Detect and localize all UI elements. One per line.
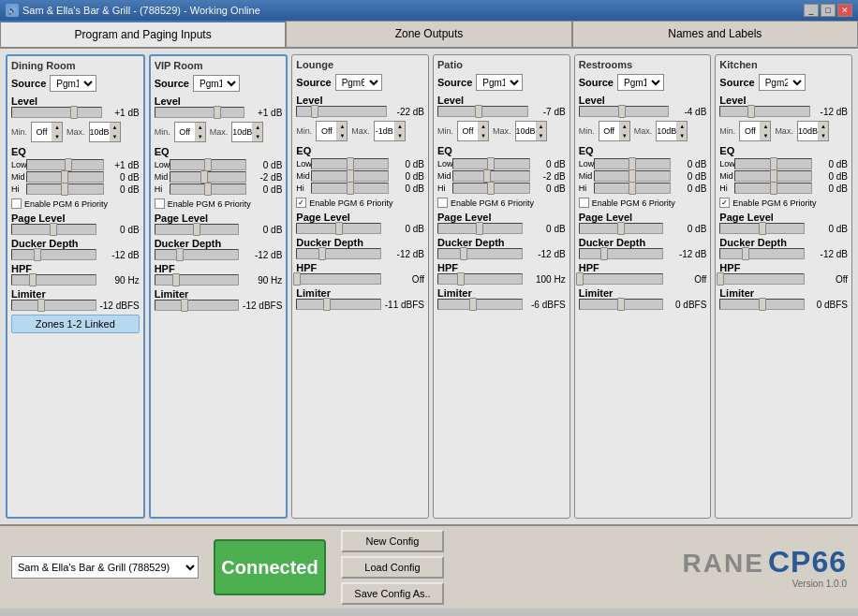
level-slider-4[interactable]	[579, 106, 670, 117]
min-spin-0[interactable]: Off ▲ ▼	[31, 122, 63, 142]
max-spin-4[interactable]: 10dB ▲ ▼	[656, 121, 688, 141]
max-spin-5[interactable]: 10dB ▲ ▼	[797, 121, 829, 141]
eq-low-slider-5[interactable]	[734, 158, 812, 169]
limiter-slider-1[interactable]	[155, 300, 240, 311]
source-select-4[interactable]: Pgm1	[617, 74, 664, 91]
max-up-btn-4[interactable]: ▲	[677, 122, 687, 132]
hpf-slider-0[interactable]	[11, 274, 96, 286]
max-dn-btn-5[interactable]: ▼	[819, 132, 828, 141]
eq-mid-slider-5[interactable]	[734, 170, 812, 182]
max-dn-btn-1[interactable]: ▼	[253, 133, 262, 142]
save-config-button[interactable]: Save Config As..	[341, 582, 444, 605]
level-slider-1[interactable]	[155, 107, 245, 118]
eq-hi-slider-0[interactable]	[26, 183, 104, 195]
new-config-button[interactable]: New Config	[341, 530, 444, 552]
pgm-check-4[interactable]	[579, 198, 589, 208]
max-spin-2[interactable]: -1dB ▲ ▼	[374, 121, 406, 141]
pgm-check-2[interactable]: ✓	[296, 198, 306, 208]
max-spin-1[interactable]: 10dB ▲ ▼	[231, 122, 263, 142]
min-dn-btn-3[interactable]: ▼	[479, 132, 488, 141]
eq-mid-slider-3[interactable]	[452, 170, 530, 182]
hpf-slider-2[interactable]	[296, 273, 381, 285]
ducker-slider-4[interactable]	[579, 248, 664, 259]
page-level-slider-5[interactable]	[719, 223, 805, 234]
max-up-btn-0[interactable]: ▲	[111, 123, 120, 133]
eq-mid-slider-2[interactable]	[311, 170, 389, 182]
limiter-slider-5[interactable]	[719, 299, 805, 310]
ducker-slider-3[interactable]	[437, 248, 523, 259]
max-up-btn-1[interactable]: ▲	[253, 123, 262, 133]
page-level-slider-4[interactable]	[579, 223, 664, 234]
ducker-slider-2[interactable]	[296, 248, 381, 259]
eq-low-slider-1[interactable]	[170, 159, 247, 170]
eq-hi-slider-3[interactable]	[452, 183, 530, 194]
eq-mid-slider-4[interactable]	[594, 170, 672, 182]
hpf-slider-3[interactable]	[437, 273, 523, 285]
source-select-0[interactable]: Pgm1	[50, 75, 96, 92]
min-up-btn-4[interactable]: ▲	[620, 122, 629, 132]
min-up-btn-1[interactable]: ▲	[196, 123, 205, 133]
eq-hi-slider-4[interactable]	[594, 183, 672, 194]
limiter-slider-3[interactable]	[437, 299, 523, 310]
min-up-btn-0[interactable]: ▲	[52, 123, 62, 133]
min-spin-3[interactable]: Off ▲ ▼	[457, 121, 489, 141]
min-spin-4[interactable]: Off ▲ ▼	[599, 121, 630, 141]
max-up-btn-3[interactable]: ▲	[537, 122, 546, 132]
eq-hi-slider-1[interactable]	[170, 183, 247, 195]
maximize-button[interactable]: □	[821, 4, 836, 17]
min-dn-btn-0[interactable]: ▼	[52, 133, 62, 142]
min-spin-5[interactable]: Off ▲ ▼	[739, 121, 771, 141]
minimize-button[interactable]: _	[804, 4, 819, 17]
max-up-btn-2[interactable]: ▲	[395, 122, 405, 132]
close-button[interactable]: ✕	[837, 4, 852, 17]
min-up-btn-2[interactable]: ▲	[337, 122, 347, 132]
limiter-slider-4[interactable]	[579, 299, 664, 310]
pgm-check-5[interactable]: ✓	[719, 198, 730, 208]
source-select-5[interactable]: Pgm2	[759, 74, 806, 91]
max-spin-0[interactable]: 10dB ▲ ▼	[89, 122, 121, 142]
level-slider-2[interactable]	[296, 106, 387, 117]
min-dn-btn-2[interactable]: ▼	[337, 132, 347, 141]
max-dn-btn-2[interactable]: ▼	[395, 132, 405, 141]
device-select[interactable]: Sam & Ella's Bar & Grill (788529)	[11, 556, 199, 579]
level-slider-3[interactable]	[437, 106, 528, 117]
source-select-2[interactable]: Pgm6	[335, 74, 382, 91]
source-select-1[interactable]: Pgm1	[193, 75, 240, 92]
max-dn-btn-3[interactable]: ▼	[537, 132, 546, 141]
max-dn-btn-4[interactable]: ▼	[677, 132, 687, 141]
page-level-slider-3[interactable]	[437, 223, 523, 234]
load-config-button[interactable]: Load Config	[341, 556, 444, 579]
level-slider-0[interactable]	[11, 107, 102, 118]
pgm-check-0[interactable]	[11, 198, 22, 209]
max-spin-3[interactable]: 10dB ▲ ▼	[515, 121, 547, 141]
eq-hi-slider-5[interactable]	[734, 183, 812, 194]
hpf-slider-1[interactable]	[155, 274, 240, 286]
pgm-check-1[interactable]	[155, 198, 165, 209]
ducker-slider-1[interactable]	[155, 249, 240, 260]
page-level-slider-0[interactable]	[11, 224, 96, 235]
max-up-btn-5[interactable]: ▲	[819, 122, 828, 132]
eq-low-slider-2[interactable]	[311, 158, 389, 169]
hpf-slider-4[interactable]	[579, 273, 664, 285]
ducker-slider-5[interactable]	[719, 248, 805, 259]
ducker-slider-0[interactable]	[11, 249, 96, 260]
eq-low-slider-4[interactable]	[594, 158, 672, 169]
page-level-slider-1[interactable]	[155, 224, 240, 235]
min-spin-2[interactable]: Off ▲ ▼	[316, 121, 348, 141]
tab-names-labels[interactable]: Names and Labels	[572, 21, 858, 47]
source-select-3[interactable]: Pgm1	[476, 74, 523, 91]
min-up-btn-5[interactable]: ▲	[761, 122, 770, 132]
level-slider-5[interactable]	[719, 106, 810, 117]
eq-low-slider-3[interactable]	[452, 158, 530, 169]
eq-mid-slider-0[interactable]	[26, 171, 104, 183]
min-dn-btn-5[interactable]: ▼	[761, 132, 770, 141]
hpf-slider-5[interactable]	[719, 273, 805, 285]
tab-program-paging[interactable]: Program and Paging Inputs	[0, 21, 286, 47]
min-dn-btn-4[interactable]: ▼	[620, 132, 629, 141]
min-dn-btn-1[interactable]: ▼	[196, 133, 205, 142]
page-level-slider-2[interactable]	[296, 223, 381, 234]
eq-low-slider-0[interactable]	[26, 159, 104, 170]
limiter-slider-0[interactable]	[11, 300, 96, 311]
min-spin-1[interactable]: Off ▲ ▼	[174, 122, 206, 142]
eq-mid-slider-1[interactable]	[170, 171, 247, 183]
